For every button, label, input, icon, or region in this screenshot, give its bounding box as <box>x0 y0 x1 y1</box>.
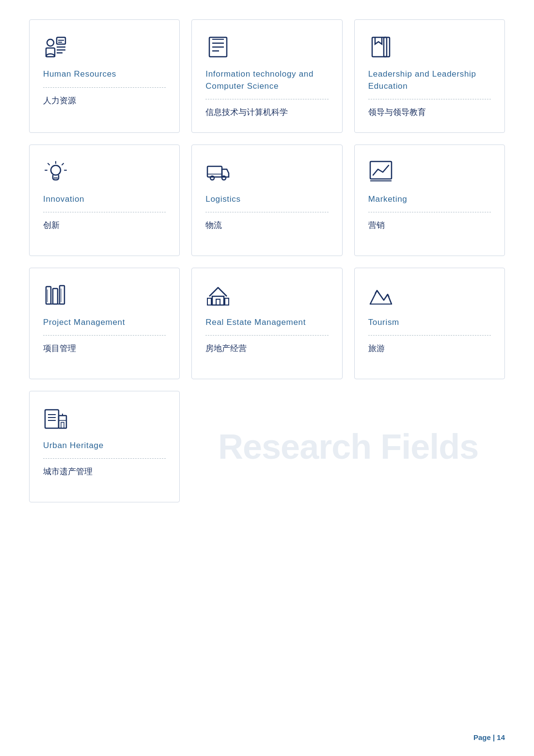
row-1: Human Resources 人力资源 Information technol… <box>29 19 505 133</box>
urban-title-en: Urban Heritage <box>43 440 166 452</box>
svg-rect-22 <box>207 166 222 177</box>
it-title-en: Information technology and Computer Scie… <box>205 68 328 92</box>
svg-line-19 <box>62 163 63 165</box>
footer-label: Page | <box>473 733 497 741</box>
leadership-divider <box>368 99 491 99</box>
svg-rect-46 <box>61 422 64 428</box>
marketing-icon <box>368 160 393 185</box>
leadership-title-en: Leadership and Leadership Education <box>368 68 491 92</box>
tourism-title-cn: 旅游 <box>368 342 491 355</box>
hr-title-cn: 人力资源 <box>43 95 166 107</box>
svg-point-1 <box>47 39 54 46</box>
row-3: Project Management 项目管理 Real Estate Mana… <box>29 268 505 379</box>
svg-rect-26 <box>370 161 392 179</box>
leadership-title-cn: 领导与领导教育 <box>368 106 491 119</box>
card-innovation: Innovation 创新 <box>29 145 180 256</box>
watermark-text: Research Fields <box>218 427 478 466</box>
leadership-icon <box>368 34 393 60</box>
card-marketing: Marketing 营销 <box>354 145 505 256</box>
svg-point-24 <box>222 176 226 180</box>
card-project-management: Project Management 项目管理 <box>29 268 180 379</box>
realestate-icon <box>205 283 231 308</box>
urban-title-cn: 城市遗产管理 <box>43 466 166 478</box>
svg-rect-30 <box>60 286 64 304</box>
project-title-cn: 项目管理 <box>43 342 166 355</box>
svg-rect-40 <box>45 410 59 428</box>
svg-rect-0 <box>46 48 55 57</box>
hr-title-en: Human Resources <box>43 68 166 80</box>
svg-point-15 <box>51 165 61 175</box>
watermark-cell: Research Fields <box>191 391 505 502</box>
svg-rect-44 <box>59 416 66 428</box>
tourism-icon <box>368 283 393 308</box>
logistics-divider <box>205 212 328 212</box>
row-2: Innovation 创新 Logistics 物流 <box>29 145 505 256</box>
card-leadership: Leadership and Leadership Education 领导与领… <box>354 19 505 133</box>
logistics-icon <box>205 160 231 185</box>
svg-point-23 <box>210 176 214 180</box>
svg-rect-38 <box>225 298 229 305</box>
realestate-divider <box>205 335 328 336</box>
urban-divider <box>43 458 166 459</box>
card-it-cs: Information technology and Computer Scie… <box>191 19 342 133</box>
svg-rect-28 <box>46 287 51 304</box>
tourism-divider <box>368 335 491 336</box>
svg-rect-13 <box>372 37 387 57</box>
marketing-divider <box>368 212 491 212</box>
footer-number: 14 <box>497 733 505 741</box>
tourism-title-en: Tourism <box>368 317 491 329</box>
svg-rect-36 <box>207 298 211 305</box>
it-divider <box>205 99 328 99</box>
it-icon <box>205 34 231 60</box>
page-footer: Page | 14 <box>473 733 505 741</box>
logistics-title-cn: 物流 <box>205 219 328 232</box>
it-title-cn: 信息技术与计算机科学 <box>205 106 328 119</box>
project-title-en: Project Management <box>43 317 166 329</box>
realestate-title-en: Real Estate Management <box>205 317 328 329</box>
svg-line-18 <box>48 163 49 165</box>
project-divider <box>43 335 166 336</box>
marketing-title-en: Marketing <box>368 193 491 206</box>
svg-rect-29 <box>53 289 58 304</box>
marketing-title-cn: 营销 <box>368 219 491 232</box>
innovation-title-cn: 创新 <box>43 219 166 232</box>
hr-icon <box>43 34 68 60</box>
svg-rect-35 <box>216 299 220 305</box>
urban-icon <box>43 406 68 431</box>
innovation-divider <box>43 212 166 212</box>
card-human-resources: Human Resources 人力资源 <box>29 19 180 133</box>
logistics-title-en: Logistics <box>205 193 328 206</box>
card-urban-heritage: Urban Heritage 城市遗产管理 <box>29 391 180 502</box>
svg-rect-34 <box>212 296 224 305</box>
innovation-title-en: Innovation <box>43 193 166 206</box>
innovation-icon <box>43 160 68 185</box>
hr-divider <box>43 87 166 88</box>
project-icon <box>43 283 68 308</box>
realestate-title-cn: 房地产经营 <box>205 342 328 355</box>
card-real-estate: Real Estate Management 房地产经营 <box>191 268 342 379</box>
card-logistics: Logistics 物流 <box>191 145 342 256</box>
row-4: Urban Heritage 城市遗产管理 Research Fields <box>29 391 505 502</box>
card-tourism: Tourism 旅游 <box>354 268 505 379</box>
